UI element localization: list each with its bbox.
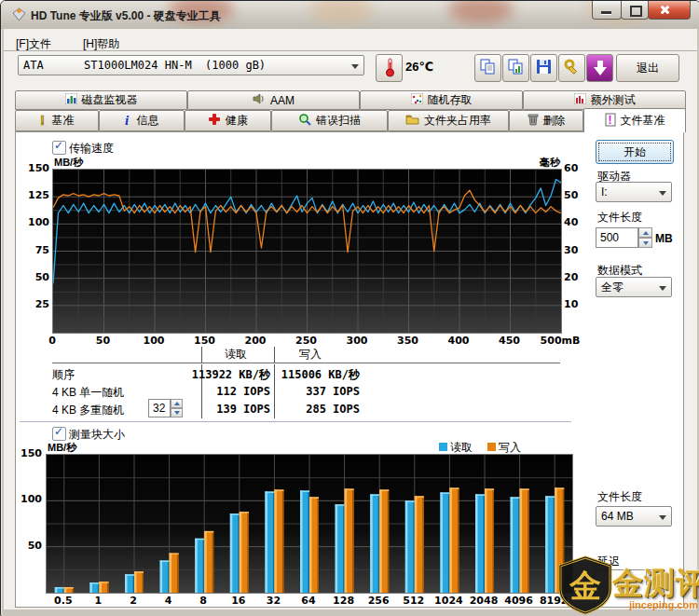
axis-tick-label: 150 xyxy=(21,162,49,174)
data-mode-combo[interactable]: 全零 xyxy=(596,277,672,297)
window-title: HD Tune 专业版 v5.00 - 硬盘专业工具 xyxy=(31,8,221,24)
file-length2-combo[interactable]: 64 MB xyxy=(596,506,672,527)
drive-select[interactable]: ATA ST1000LM024 HN-M (1000 gB) xyxy=(18,55,364,75)
tab-info[interactable]: i 信息 xyxy=(99,110,185,131)
transfer-speed-checkbox[interactable]: ✓ xyxy=(52,141,66,155)
tab-disk-monitor[interactable]: 磁盘监视器 xyxy=(15,90,187,110)
axis-tick-label: 200 xyxy=(235,335,276,347)
update-button[interactable] xyxy=(586,54,613,82)
watermark-url: jinceping.com xyxy=(629,599,698,610)
menu-item-file[interactable]: [F]文件 xyxy=(12,34,55,54)
trash-icon xyxy=(528,113,539,129)
health-cross-icon xyxy=(208,113,221,129)
axis-tick-label: 60 xyxy=(564,162,590,174)
axis-tick-label: 500mB xyxy=(540,335,581,347)
axis-tick-label: 10 xyxy=(564,298,590,310)
tab-error-scan[interactable]: 错误扫描 xyxy=(271,110,388,131)
start-button[interactable]: 开始 xyxy=(596,140,674,164)
bar-y-axis-title: MB/秒 xyxy=(48,441,76,455)
scatter-dots-icon xyxy=(411,93,423,107)
multi-random-read-value: 139 IOPS xyxy=(187,403,270,416)
axis-tick-label: 100 xyxy=(21,216,49,228)
axis-tick-label: 50 xyxy=(14,540,42,552)
block-size-chart xyxy=(46,454,573,594)
write-column-header: 写入 xyxy=(278,347,343,363)
file-length-spinner[interactable]: 500 xyxy=(596,227,652,248)
copy-icon xyxy=(480,59,496,78)
multi-random-spinner[interactable]: 32 xyxy=(148,399,183,418)
y-left-axis-title: MB/秒 xyxy=(54,156,83,170)
chart-bars-icon xyxy=(65,93,77,107)
chevron-down-icon xyxy=(351,64,359,69)
app-icon xyxy=(12,7,26,24)
tab-extra-tests[interactable]: 额外测试 xyxy=(523,90,686,110)
sequential-read-value: 113922 KB/秒 xyxy=(187,367,270,383)
drive-combo[interactable]: I: xyxy=(596,182,672,202)
svg-text:i: i xyxy=(125,113,130,127)
info-icon: i xyxy=(125,113,132,130)
glass-blur-decor xyxy=(308,1,374,23)
tab-aam[interactable]: AAM xyxy=(187,90,360,110)
tab-health[interactable]: 健康 xyxy=(185,110,271,131)
spin-up-button[interactable] xyxy=(638,227,652,238)
single-random-read-value: 112 IOPS xyxy=(187,385,270,398)
options-button[interactable] xyxy=(558,54,585,82)
row-multi-random-label: 4 KB 多重随机 xyxy=(52,403,124,418)
block-size-checkbox[interactable]: ✓ xyxy=(52,427,66,441)
axis-tick-label: 30 xyxy=(564,244,590,256)
save-icon xyxy=(536,59,552,77)
tab-random-access[interactable]: 随机存取 xyxy=(360,90,523,110)
axis-tick-label: 50 xyxy=(21,271,49,283)
axis-tick-label: 150 xyxy=(185,335,226,347)
tab-file-benchmark[interactable]: ! 文件基准 xyxy=(583,108,686,132)
save-button[interactable] xyxy=(530,54,557,82)
block-size-label: 测量块大小 xyxy=(69,427,125,443)
extra-chart-icon xyxy=(574,93,586,107)
wrench-icon xyxy=(564,59,581,78)
multi-random-write-value: 285 IOPS xyxy=(278,403,360,416)
row-single-random-label: 4 KB 单一随机 xyxy=(52,385,124,401)
close-button[interactable] xyxy=(648,1,691,20)
section-divider xyxy=(20,421,571,423)
watermark: 金 金测评 jinceping.com xyxy=(556,555,614,616)
thermometer-icon xyxy=(384,57,395,80)
folder-icon xyxy=(405,114,419,128)
legend-read-swatch xyxy=(439,443,447,451)
single-random-write-value: 337 IOPS xyxy=(278,385,360,398)
spin-down-button[interactable] xyxy=(171,408,183,418)
watermark-shield-icon: 金 xyxy=(556,555,614,615)
svg-text:!: ! xyxy=(608,114,611,127)
table-divider xyxy=(274,347,275,418)
axis-tick-label: 150 xyxy=(14,447,42,459)
copy-text-button[interactable] xyxy=(474,54,501,82)
tab-erase[interactable]: 删除 xyxy=(509,110,583,131)
mb-unit-label: MB xyxy=(655,232,673,245)
exit-button[interactable]: 退出 xyxy=(616,54,679,82)
axis-tick-label: 75 xyxy=(21,244,49,256)
temperature-label: 26℃ xyxy=(405,60,433,74)
read-column-header: 读取 xyxy=(203,347,268,363)
svg-text:金: 金 xyxy=(569,567,601,604)
magnifier-icon xyxy=(298,113,311,129)
copy-image-button[interactable] xyxy=(502,54,529,82)
axis-tick-label: 450 xyxy=(489,335,530,347)
minimize-button[interactable] xyxy=(592,1,622,20)
spin-down-button[interactable] xyxy=(638,238,652,248)
glass-blur-decor xyxy=(448,1,514,23)
legend-read-label: 读取 xyxy=(450,440,473,456)
svg-text:!: ! xyxy=(40,113,45,127)
legend-write-label: 写入 xyxy=(499,440,521,456)
axis-tick-label: 250 xyxy=(286,335,327,347)
menu-item-help[interactable]: [H]帮助 xyxy=(79,34,123,54)
tab-benchmark[interactable]: ! 基准 xyxy=(15,110,99,131)
maximize-button[interactable] xyxy=(621,1,649,20)
legend-write-swatch xyxy=(487,443,496,451)
axis-tick-label: 300 xyxy=(336,335,377,347)
title-bar[interactable]: HD Tune 专业版 v5.00 - 硬盘专业工具 xyxy=(1,1,699,29)
table-header-rule xyxy=(52,363,560,364)
tab-folder-usage[interactable]: 文件夹占用率 xyxy=(388,110,509,131)
spin-up-button[interactable] xyxy=(171,399,183,408)
axis-tick-label: 350 xyxy=(388,335,429,347)
thermometer-button[interactable] xyxy=(376,54,403,82)
row-sequential-label: 顺序 xyxy=(52,367,75,383)
